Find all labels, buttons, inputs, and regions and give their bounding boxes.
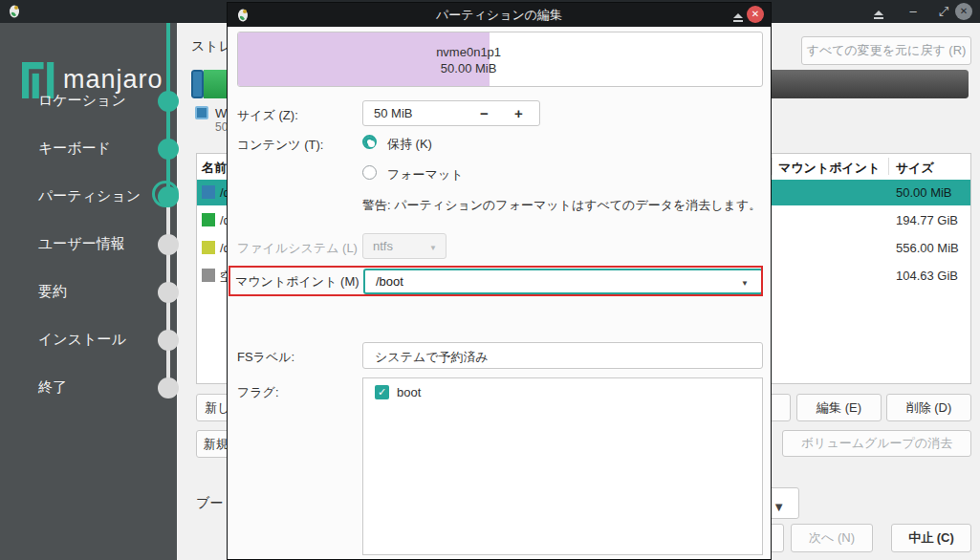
row-size: 50.00 MiB xyxy=(896,185,952,200)
flag-boot-label: boot xyxy=(397,385,421,399)
row-swatch xyxy=(202,213,215,226)
fslabel-value: システムで予約済み xyxy=(375,349,489,366)
clear-volume-group-button[interactable]: ボリュームグループの消去 xyxy=(782,430,971,457)
mountpoint-value: /boot xyxy=(376,274,403,289)
step-label: キーボード xyxy=(38,140,111,158)
radio-format-label: フォーマット xyxy=(387,166,464,183)
col-header-name: 名前 xyxy=(202,160,227,177)
row-size: 104.63 GiB xyxy=(896,269,958,283)
dialog-titlebar[interactable]: パーティションの編集 ✕ xyxy=(228,3,771,27)
fslabel-input[interactable]: システムで予約済み xyxy=(362,342,763,369)
edit-button[interactable]: 編集 (E) xyxy=(796,394,882,421)
row-swatch xyxy=(202,241,215,254)
desktop: – ⤢ ✕ manjaro ロケーション キーボード パーティション ユーザー情… xyxy=(0,0,980,560)
step-dot-pending xyxy=(158,282,179,303)
calamares-app-icon xyxy=(237,8,250,22)
col-header-size: サイズ xyxy=(896,160,934,177)
checkbox-checked-icon: ✓ xyxy=(375,385,389,399)
spin-plus-button[interactable]: + xyxy=(514,105,523,121)
flags-listbox[interactable]: ✓ boot xyxy=(362,377,763,555)
row-size: 556.00 MiB xyxy=(896,241,959,255)
delete-button[interactable]: 削除 (D) xyxy=(886,394,971,421)
col-header-mountpoint: マウントポイント xyxy=(778,160,880,177)
step-dot-pending xyxy=(158,377,179,398)
step-label: ロケーション xyxy=(38,92,126,110)
row-swatch xyxy=(202,185,215,199)
preview-partition-size: 50.00 MiB xyxy=(238,60,699,76)
chevron-down-icon: ▼ xyxy=(741,279,749,288)
size-value: 50 MiB xyxy=(374,106,412,120)
column-separator xyxy=(888,158,889,175)
step-dot-pending xyxy=(158,330,179,351)
fslabel-label: FSラベル: xyxy=(237,349,294,366)
step-label: 要約 xyxy=(38,283,67,301)
filesystem-select: ntfs ▼ xyxy=(362,233,446,259)
chevron-down-icon: ▼ xyxy=(773,500,785,514)
close-window-button[interactable]: ✕ xyxy=(955,3,972,20)
next-button[interactable]: 次へ (N) xyxy=(791,524,873,552)
radio-unselected-icon xyxy=(362,165,377,180)
radio-keep-label: 保持 (K) xyxy=(387,136,432,153)
row-size: 194.77 GiB xyxy=(896,213,958,227)
step-dot-current xyxy=(158,186,179,207)
partition-bar-segment-selected[interactable] xyxy=(191,70,204,98)
manjaro-wordmark: manjaro xyxy=(63,65,163,95)
step-label: インストール xyxy=(38,331,126,349)
revert-all-changes-button[interactable]: すべての変更を元に戻す (R) xyxy=(801,36,971,65)
eject-icon[interactable] xyxy=(873,11,884,19)
dialog-title: パーティションの編集 xyxy=(228,3,771,27)
spin-minus-button[interactable]: − xyxy=(480,105,489,121)
step-dot-done xyxy=(158,139,179,160)
column-separator xyxy=(772,158,773,175)
radio-selected-icon xyxy=(362,135,377,149)
dialog-close-button[interactable]: ✕ xyxy=(747,6,764,23)
format-warning-text: 警告: パーティションのフォーマットはすべてのデータを消去します。 xyxy=(362,197,761,214)
chevron-down-icon: ▼ xyxy=(429,244,437,252)
eject-icon[interactable] xyxy=(732,13,744,22)
step-dot-pending xyxy=(158,234,179,255)
mountpoint-select[interactable]: /boot ▼ xyxy=(363,269,763,294)
step-label: パーティション xyxy=(38,187,141,205)
mountpoint-label: マウントポイント (M) xyxy=(235,273,359,291)
filesystem-value: ntfs xyxy=(373,239,393,253)
size-spinbox[interactable]: 50 MiB − + xyxy=(362,100,540,126)
row-swatch xyxy=(202,269,215,282)
preview-partition-name: nvme0n1p1 xyxy=(238,44,699,60)
partition-preview-bar: nvme0n1p1 50.00 MiB xyxy=(237,32,763,87)
legend-swatch xyxy=(195,106,208,119)
restore-button[interactable]: ⤢ xyxy=(933,0,954,23)
filesystem-label: ファイルシステム (L) xyxy=(237,240,358,257)
size-label: サイズ (Z): xyxy=(237,107,298,124)
step-label: ユーザー情報 xyxy=(38,235,125,253)
step-label: 終了 xyxy=(38,378,67,397)
step-dot-done xyxy=(158,91,179,112)
calamares-app-icon xyxy=(9,4,21,18)
minimize-button[interactable]: – xyxy=(903,0,924,23)
content-label: コンテンツ (T): xyxy=(237,137,323,154)
flags-label: フラグ: xyxy=(237,384,279,401)
abort-button[interactable]: 中止 (C) xyxy=(891,524,971,552)
edit-partition-dialog: パーティションの編集 ✕ nvme0n1p1 50.00 MiB サイズ (Z)… xyxy=(227,2,772,560)
